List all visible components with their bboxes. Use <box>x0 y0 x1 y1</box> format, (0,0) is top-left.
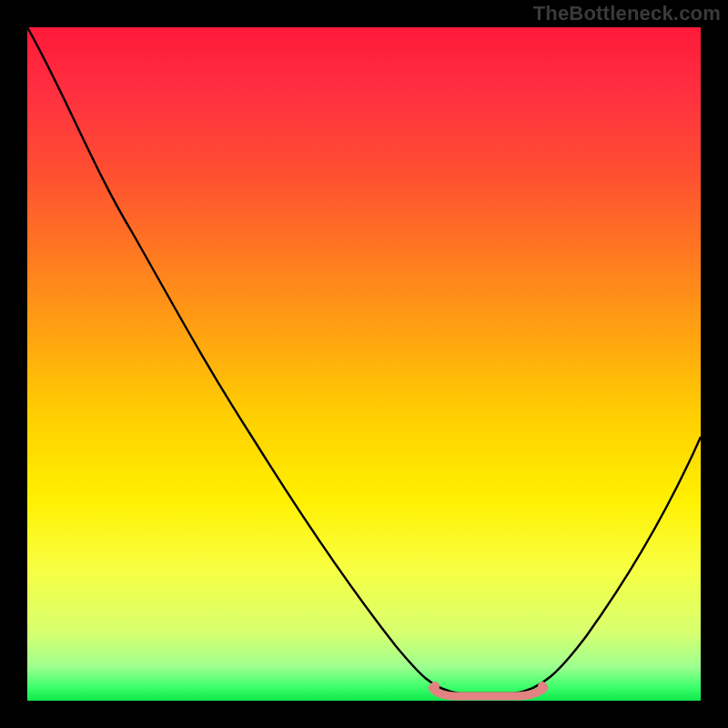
bottleneck-curve <box>27 27 701 693</box>
plot-area <box>27 27 701 701</box>
watermark-text: TheBottleneck.com <box>533 2 721 25</box>
marker-dot-right <box>538 682 547 691</box>
chart-canvas: TheBottleneck.com <box>0 0 728 728</box>
marker-dot-left <box>430 682 440 691</box>
curve-svg <box>27 27 701 701</box>
